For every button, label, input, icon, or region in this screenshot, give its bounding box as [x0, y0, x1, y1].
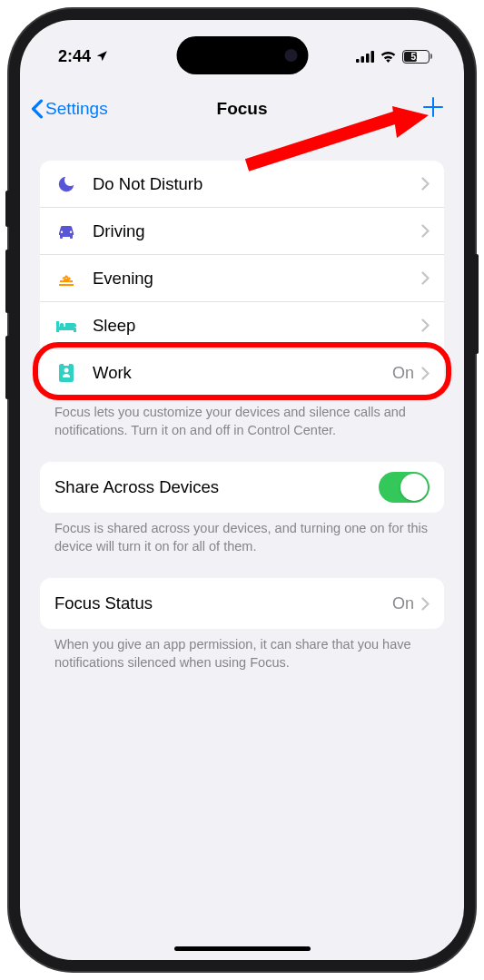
focus-label: Sleep	[93, 316, 421, 336]
back-button[interactable]: Settings	[31, 99, 108, 119]
wifi-icon	[380, 50, 397, 63]
share-description: Focus is shared across your devices, and…	[40, 513, 444, 578]
svg-point-6	[64, 368, 69, 373]
svg-rect-4	[59, 364, 74, 382]
chevron-right-icon	[421, 318, 430, 332]
svg-rect-1	[361, 56, 365, 63]
home-indicator[interactable]	[174, 946, 311, 951]
share-across-devices-row: Share Across Devices	[40, 462, 444, 513]
location-icon	[95, 50, 108, 63]
focus-status-label: Focus Status	[54, 593, 392, 613]
focus-row-do-not-disturb[interactable]: Do Not Disturb	[40, 161, 444, 208]
focus-status-row[interactable]: Focus Status On	[40, 578, 444, 629]
badge-icon	[58, 362, 74, 384]
battery-icon: 51	[402, 50, 432, 64]
chevron-right-icon	[421, 271, 430, 285]
svg-rect-0	[356, 59, 360, 63]
sunset-icon	[55, 270, 77, 288]
focus-label: Evening	[93, 269, 421, 289]
chevron-right-icon	[421, 597, 430, 611]
phone-frame: 2:44 51 Settings Focus	[9, 9, 475, 971]
svg-rect-5	[64, 362, 69, 366]
focus-label: Driving	[93, 221, 421, 241]
focus-label: Do Not Disturb	[93, 174, 421, 194]
focus-row-sleep[interactable]: Sleep	[40, 302, 444, 349]
cellular-icon	[356, 51, 374, 63]
moon-icon	[56, 174, 76, 194]
chevron-right-icon	[421, 367, 430, 380]
focus-status-value: On	[392, 364, 414, 383]
chevron-right-icon	[421, 177, 430, 191]
page-title: Focus	[217, 99, 268, 119]
focus-label: Work	[93, 363, 392, 383]
share-group: Share Across Devices	[40, 462, 444, 513]
plus-icon	[422, 96, 444, 118]
nav-bar: Settings Focus	[20, 83, 464, 133]
focus-row-driving[interactable]: Driving	[40, 208, 444, 255]
bed-icon	[54, 318, 78, 334]
svg-rect-3	[371, 51, 375, 63]
chevron-left-icon	[31, 99, 44, 119]
focus-status-group: Focus Status On	[40, 578, 444, 629]
share-toggle[interactable]	[379, 472, 430, 503]
focus-description: Focus lets you customize your devices an…	[40, 397, 444, 462]
focus-status-value: On	[392, 594, 414, 613]
dynamic-island	[176, 36, 308, 74]
status-time: 2:44	[58, 47, 91, 66]
focus-row-evening[interactable]: Evening	[40, 255, 444, 302]
add-button[interactable]	[422, 95, 444, 122]
car-icon	[55, 222, 77, 240]
focus-status-description: When you give an app permission, it can …	[40, 629, 444, 694]
chevron-right-icon	[421, 224, 430, 238]
focus-row-work[interactable]: Work On	[40, 349, 444, 397]
back-label: Settings	[45, 99, 108, 119]
svg-rect-2	[366, 54, 370, 63]
share-label: Share Across Devices	[54, 477, 379, 497]
focus-modes-list: Do Not Disturb Driving Evening	[40, 161, 444, 397]
